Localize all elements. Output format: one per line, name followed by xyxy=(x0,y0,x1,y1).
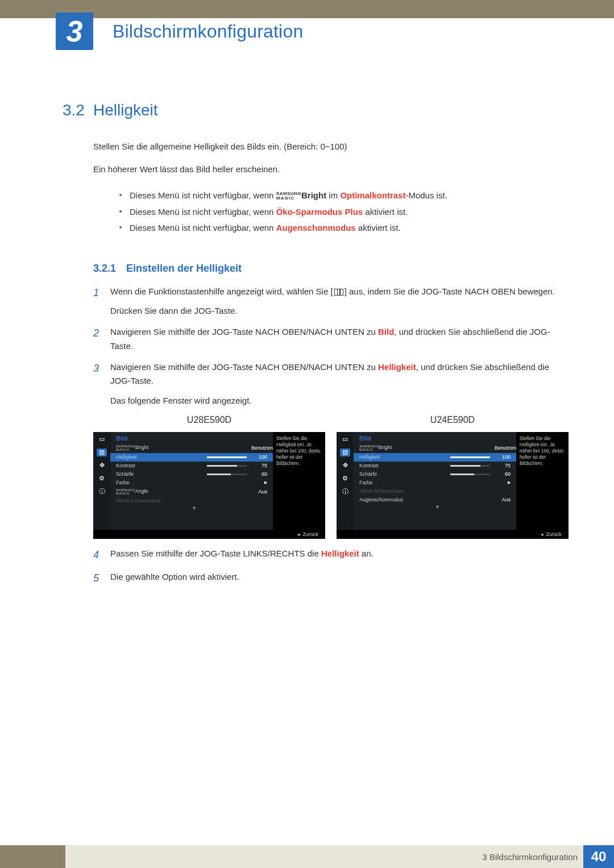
osd-side-icon[interactable]: ⓘ xyxy=(97,488,107,496)
osd-row-value: 60 xyxy=(495,471,511,477)
osd-slider[interactable] xyxy=(450,474,490,475)
osd-side-icon[interactable]: ▧ xyxy=(340,448,350,456)
osd-menu-row[interactable]: SAMSUNGMAGICAngleAus xyxy=(110,487,273,497)
osd-menu-row[interactable]: Kontrast75 xyxy=(354,462,516,470)
step-1: 1 Wenn die Funktionstastenhilfe angezeig… xyxy=(93,285,569,319)
osd-slider[interactable] xyxy=(207,474,247,475)
section-title: Helligkeit xyxy=(93,101,158,119)
keyword: Bild xyxy=(378,327,394,337)
osd-row-value: Aus xyxy=(495,497,511,502)
osd-side-icon[interactable]: ✥ xyxy=(340,462,350,470)
osd-row-value: Aus xyxy=(251,489,267,495)
osd-row-label: Kontrast xyxy=(359,463,450,468)
osd-row-value: 100 xyxy=(251,454,267,460)
osd-menu-row[interactable]: Helligkeit100 xyxy=(354,453,516,462)
step-text: Die gewählte Option wird aktiviert. xyxy=(110,572,239,582)
osd-row-label: SAMSUNGMAGICBright xyxy=(116,445,251,451)
osd-slider[interactable] xyxy=(450,465,490,467)
page: 3 Bildschirmkonfiguration 3.2 Helligkeit… xyxy=(0,0,614,868)
osd-column: U24E590D▭▧✥⚙ⓘBildSAMSUNGMAGICBrightBenut… xyxy=(337,415,569,539)
keyword: Öko-Sparmodus Plus xyxy=(276,207,363,217)
footer-chapter-label: 3 Bildschirmkonfiguration xyxy=(482,852,578,862)
bullet-icon xyxy=(119,194,122,196)
step-4: 4 Passen Sie mithilfe der JOG-Taste LINK… xyxy=(93,547,569,564)
osd-menu-row[interactable]: Helligkeit100 xyxy=(110,453,273,462)
subsection-header: 3.2.1 Einstellen der Helligkeit xyxy=(93,263,569,275)
page-number: 40 xyxy=(583,845,614,868)
osd-sidebar: ▭▧✥⚙ⓘ xyxy=(337,432,354,530)
step-text: Wenn die Funktionstastenhilfe angezeigt … xyxy=(110,286,333,296)
page-footer: 3 Bildschirmkonfiguration 40 xyxy=(0,845,614,868)
osd-row-label: SAMSUNGMAGICAngle xyxy=(116,488,251,495)
step-text: Navigieren Sie mithilfe der JOG-Taste NA… xyxy=(110,362,378,372)
osd-row-label: Schärfe xyxy=(116,471,207,477)
subsection-number: 3.2.1 xyxy=(93,263,126,275)
step-text: Das folgende Fenster wird angezeigt. xyxy=(110,394,569,408)
step-text: Navigieren Sie mithilfe der JOG-Taste NA… xyxy=(110,327,378,337)
osd-side-icon[interactable]: ⚙ xyxy=(340,475,350,483)
step-text: ] aus, indem Sie die JOG-Taste NACH OBEN… xyxy=(345,286,555,296)
osd-side-icon[interactable]: ✥ xyxy=(97,462,107,470)
step-number: 4 xyxy=(93,547,110,564)
osd-slider[interactable] xyxy=(207,465,247,467)
osd-menu-row[interactable]: Farbe▶ xyxy=(354,479,516,487)
osd-row-label: Kontrast xyxy=(116,463,207,468)
osd-menu-row[interactable]: Schärfe60 xyxy=(354,470,516,479)
osd-row-value: 75 xyxy=(495,463,511,468)
subsection-title: Einstellen der Helligkeit xyxy=(126,263,242,275)
osd-screenshots-row: U28E590D▭▧✥⚙ⓘBildSAMSUNGMAGICBrightBenut… xyxy=(93,415,569,539)
chevron-right-icon: ▶ xyxy=(264,480,267,485)
osd-row-value: 60 xyxy=(251,471,267,477)
osd-menu-row[interactable]: Kontrast75 xyxy=(110,462,273,470)
osd-slider[interactable] xyxy=(207,456,247,458)
chevron-right-icon: ▶ xyxy=(508,480,511,485)
osd-menu-row[interactable]: SAMSUNGMAGICBrightBenutzerdef. xyxy=(354,443,516,453)
osd-menu-row[interactable]: SAMSUNGMAGICBrightBenutzerdef. xyxy=(110,443,273,453)
osd-side-icon[interactable]: ▧ xyxy=(97,448,107,456)
osd-side-icon[interactable]: ⚙ xyxy=(97,475,107,483)
note-item-1: Dieses Menü ist nicht verfügbar, wenn SA… xyxy=(119,188,569,204)
chevron-down-icon[interactable]: ▼ xyxy=(192,505,197,511)
intro-paragraph-1: Stellen Sie die allgemeine Helligkeit de… xyxy=(93,140,569,153)
osd-row-label: Augenschonmodus xyxy=(359,497,495,502)
keyword: Helligkeit xyxy=(378,362,416,372)
osd-row-value: 100 xyxy=(495,454,511,460)
footer-accent xyxy=(0,845,65,868)
osd-menu-row[interactable]: AugenschonmodusAus xyxy=(354,496,516,504)
keyword: Optimalkontrast xyxy=(340,190,405,200)
osd-help-panel: Stellen Sie die Helligkeit ein. Je näher… xyxy=(273,432,325,530)
osd-menu-row: HDMI-Schwarzwert xyxy=(354,487,516,496)
chapter-title: Bildschirmkonfiguration xyxy=(113,21,303,42)
osd-model-label: U28E590D xyxy=(93,415,325,425)
note-text: Dieses Menü ist nicht verfügbar, wenn xyxy=(130,223,276,232)
osd-row-label: HDMI-Schwarzwert xyxy=(359,488,511,494)
osd-column: U28E590D▭▧✥⚙ⓘBildSAMSUNGMAGICBrightBenut… xyxy=(93,415,325,539)
osd-panel: ▭▧✥⚙ⓘBildSAMSUNGMAGICBrightBenutzerdef.H… xyxy=(337,432,569,539)
step-number: 3 xyxy=(93,360,110,408)
osd-title: Bild xyxy=(354,432,516,443)
osd-panel: ▭▧✥⚙ⓘBildSAMSUNGMAGICBrightBenutzerdef.H… xyxy=(93,432,325,539)
step-text: Drücken Sie dann die JOG-Taste. xyxy=(110,304,569,318)
osd-menu-row[interactable]: Farbe▶ xyxy=(110,479,273,487)
step-2: 2 Navigieren Sie mithilfe der JOG-Taste … xyxy=(93,325,569,354)
bullet-icon xyxy=(119,210,122,213)
osd-side-icon[interactable]: ▭ xyxy=(97,435,107,443)
chapter-number-badge: 3 xyxy=(56,13,93,50)
osd-side-icon[interactable]: ⓘ xyxy=(340,488,350,496)
steps-list-cont: 4 Passen Sie mithilfe der JOG-Taste LINK… xyxy=(93,547,569,587)
osd-footer[interactable]: ◂Zurück xyxy=(93,530,325,539)
magic-label: MAGIC xyxy=(276,196,301,201)
section-header: 3.2 Helligkeit xyxy=(63,101,569,119)
osd-row-value: 75 xyxy=(251,463,267,468)
osd-menu-row[interactable]: Schärfe60 xyxy=(110,470,273,479)
osd-menu-row: HDMI-Schwarzwert xyxy=(110,497,273,505)
osd-row-label: HDMI-Schwarzwert xyxy=(116,498,267,504)
osd-side-icon[interactable]: ▭ xyxy=(340,435,350,443)
intro-paragraph-2: Ein höherer Wert lässt das Bild heller e… xyxy=(93,163,569,176)
osd-footer[interactable]: ◂Zurück xyxy=(337,530,569,539)
osd-slider[interactable] xyxy=(450,456,490,458)
osd-row-label: Farbe xyxy=(359,480,504,485)
osd-row-label: Helligkeit xyxy=(116,454,207,460)
chevron-down-icon[interactable]: ▼ xyxy=(435,504,440,510)
notes-block: Dieses Menü ist nicht verfügbar, wenn SA… xyxy=(102,188,569,236)
